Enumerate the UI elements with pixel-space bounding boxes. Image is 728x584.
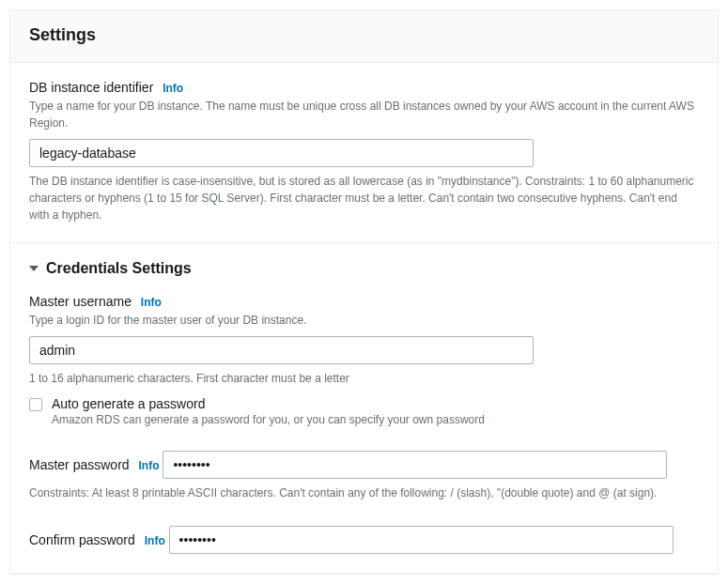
credentials-section-title: Credentials Settings	[46, 260, 192, 277]
auto-generate-row: Auto generate a password Amazon RDS can …	[29, 396, 699, 426]
db-identifier-section: DB instance identifier Info Type a name …	[10, 63, 718, 242]
db-identifier-field-group: DB instance identifier Info Type a name …	[29, 80, 699, 223]
auto-generate-content: Auto generate a password Amazon RDS can …	[52, 396, 699, 426]
db-identifier-info-link[interactable]: Info	[163, 82, 183, 95]
panel-header: Settings	[10, 10, 718, 63]
master-username-helper: Type a login ID for the master user of y…	[29, 312, 699, 329]
confirm-password-info-link[interactable]: Info	[145, 534, 165, 547]
credentials-toggle[interactable]: Credentials Settings	[29, 260, 699, 277]
master-username-constraint: 1 to 16 alphanumeric characters. First c…	[29, 370, 699, 387]
master-username-field-group: Master username Info Type a login ID for…	[29, 294, 699, 426]
db-identifier-input[interactable]	[29, 139, 534, 167]
master-password-field-group: Master password Info Constraints: At lea…	[29, 443, 699, 501]
db-identifier-label: DB instance identifier	[29, 80, 153, 95]
panel-title: Settings	[29, 25, 699, 45]
master-username-label: Master username	[29, 294, 132, 309]
confirm-password-field-group: Confirm password Info	[29, 518, 699, 554]
master-username-info-link[interactable]: Info	[141, 296, 162, 309]
credentials-section: Credentials Settings Master username Inf…	[10, 242, 718, 573]
auto-generate-description: Amazon RDS can generate a password for y…	[52, 413, 699, 426]
auto-generate-label[interactable]: Auto generate a password	[52, 396, 699, 411]
db-identifier-constraint: The DB instance identifier is case-insen…	[29, 173, 699, 223]
master-password-info-link[interactable]: Info	[138, 459, 159, 472]
db-identifier-helper: Type a name for your DB instance. The na…	[29, 98, 699, 131]
settings-panel: Settings DB instance identifier Info Typ…	[9, 9, 719, 574]
confirm-password-label: Confirm password	[29, 532, 135, 547]
master-username-input[interactable]	[29, 336, 534, 364]
confirm-password-input[interactable]	[169, 526, 674, 554]
master-password-label: Master password	[29, 457, 130, 472]
master-password-input[interactable]	[163, 451, 667, 479]
chevron-down-icon	[29, 266, 39, 271]
auto-generate-checkbox[interactable]	[29, 398, 42, 411]
master-password-constraint: Constraints: At least 8 printable ASCII …	[29, 484, 699, 501]
